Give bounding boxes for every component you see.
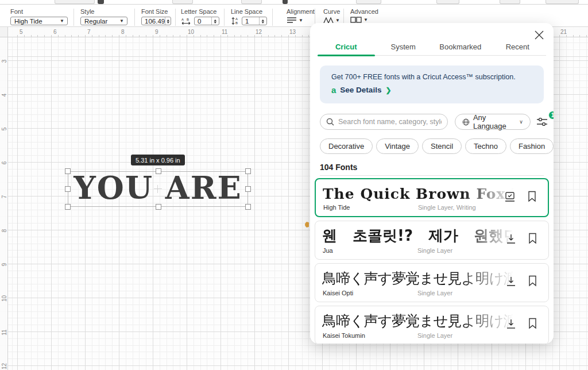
letter-space-stepper[interactable]: ▲▼	[211, 17, 219, 25]
ruler-tick-label: 11	[1, 329, 7, 336]
language-filter-dropdown[interactable]: Any Language ∨	[455, 114, 531, 130]
ruler-tick-label: 7	[87, 29, 91, 35]
font-preview: 鳥啼く声す夢覚ませ見よ明け渡る東を	[322, 267, 515, 289]
line-space-stepper[interactable]: ▲▼	[259, 17, 266, 25]
font-card-jua[interactable]: 웬 초콜릿!? 제가 원했던 건 Jua Single Layer	[315, 221, 549, 260]
advanced-icon	[350, 17, 362, 23]
see-details-link[interactable]: See Details	[340, 86, 381, 94]
filters-button[interactable]: 1	[536, 115, 549, 130]
chip-fashion[interactable]: Fashion	[510, 138, 554, 154]
fonts-panel: Cricut System Bookmarked Recent Get 700+…	[310, 23, 554, 344]
divider	[320, 175, 544, 176]
alignment-group: Alignment ▼	[287, 5, 315, 24]
resize-handle-s[interactable]	[156, 204, 161, 210]
ruler-tick-label: 12	[256, 29, 262, 35]
line-space-icon: A B	[231, 17, 239, 25]
results-count: 104 Fonts	[320, 163, 357, 172]
resize-handle-nw[interactable]	[65, 168, 71, 174]
font-group: Font High Tide ▼	[10, 5, 68, 25]
font-size-group: Font Size 106.49 ▲▼	[141, 5, 171, 25]
search-input[interactable]	[338, 118, 442, 126]
ruler-tick-label: 7	[1, 194, 7, 201]
language-filter-value: Any Language	[473, 113, 514, 130]
orange-marker-icon	[305, 221, 309, 228]
advanced-dropdown[interactable]: ▼	[350, 17, 378, 23]
category-chips: Decorative Vintage Stencil Techno Fashio…	[320, 138, 554, 155]
selection-center-crosshair	[154, 185, 162, 193]
style-dropdown[interactable]: Regular ▼	[80, 17, 127, 25]
chevron-down-icon: ▼	[363, 17, 368, 22]
bookmark-icon[interactable]	[528, 233, 537, 244]
style-group: Style Regular ▼	[80, 5, 127, 25]
ruler-tick-label: 6	[53, 29, 57, 35]
font-meta: Single Layer, Writing	[418, 204, 476, 211]
tab-bookmarked[interactable]: Bookmarked	[432, 39, 489, 55]
resize-handle-sw[interactable]	[65, 204, 71, 210]
resize-handle-se[interactable]	[245, 204, 251, 210]
font-meta: Single Layer	[417, 247, 452, 254]
chip-stencil[interactable]: Stencil	[422, 138, 462, 154]
ruler-vertical: 3 4 5 6 7 8 9 10 11 12	[0, 37, 8, 370]
chevron-down-icon: ▼	[299, 18, 303, 23]
ruler-tick-label: 5	[1, 126, 7, 133]
font-card-kaisei-tokumin[interactable]: 鳥啼く声す夢覚ませ見よ明け渡る東を Kaisei Tokumin Single …	[315, 306, 549, 344]
resize-handle-w[interactable]	[65, 186, 71, 192]
ruler-tick-label: 12	[1, 363, 7, 370]
installed-check-icon	[504, 192, 516, 202]
chevron-down-icon: ∨	[519, 119, 523, 125]
download-icon[interactable]	[506, 234, 516, 244]
text-selection-bounding-box[interactable]: YOU ARE	[68, 171, 248, 207]
tab-recent[interactable]: Recent	[489, 39, 547, 55]
download-icon[interactable]	[506, 276, 516, 287]
resize-handle-n[interactable]	[156, 168, 161, 174]
ruler-tick-label: 4	[1, 92, 7, 99]
letter-space-input[interactable]: 0 ▲▼	[194, 17, 219, 25]
chip-decorative[interactable]: Decorative	[320, 138, 373, 154]
font-size-input[interactable]: 106.49 ▲▼	[141, 17, 171, 25]
resize-handle-e[interactable]	[245, 186, 251, 192]
chevron-down-icon: ▼	[60, 18, 64, 24]
advanced-group: Advanced ▼	[350, 5, 378, 23]
alignment-dropdown[interactable]: ▼	[287, 17, 315, 24]
partial-control	[241, 0, 262, 4]
filter-count-badge: 1	[548, 111, 554, 120]
font-preview: 鳥啼く声す夢覚ませ見よ明け渡る東を	[322, 310, 515, 332]
svg-text:B: B	[187, 18, 189, 21]
font-card-kaisei-opti[interactable]: 鳥啼く声す夢覚ませ見よ明け渡る東を Kaisei Opti Single Lay…	[315, 263, 549, 302]
font-search-field[interactable]	[320, 114, 448, 130]
style-label: Style	[80, 8, 127, 15]
search-icon	[326, 118, 334, 126]
bookmark-icon[interactable]	[528, 275, 537, 287]
ruler-tick-label: 10	[188, 29, 194, 35]
font-name: High Tide	[323, 204, 350, 211]
download-icon[interactable]	[506, 319, 516, 329]
resize-handle-ne[interactable]	[245, 168, 251, 174]
font-name: Kaisei Opti	[323, 290, 353, 296]
tab-cricut[interactable]: Cricut	[318, 39, 375, 55]
chevron-down-icon: ▼	[119, 18, 124, 24]
font-size-value: 106.49	[145, 18, 165, 25]
curve-label: Curve	[323, 8, 340, 15]
ruler-tick-label: 8	[121, 29, 125, 35]
font-preview: The Quick Brown Fox Jum	[323, 183, 516, 205]
top-toolbar-partial	[0, 0, 588, 5]
advanced-label: Advanced	[350, 8, 378, 15]
bookmark-icon[interactable]	[528, 318, 537, 329]
font-card-high-tide[interactable]: The Quick Brown Fox Jum High Tide Single…	[315, 178, 549, 217]
cricut-design-space-app: 5 6 7 8 9 10 11 12 13 21 3 4 5 6 7 8 9 1…	[0, 0, 588, 370]
chip-techno[interactable]: Techno	[465, 138, 506, 154]
curve-group: Curve ▼	[323, 5, 340, 24]
font-dropdown[interactable]: High Tide ▼	[10, 17, 68, 25]
font-preview: 웬 초콜릿!? 제가 원했던 건	[322, 225, 515, 246]
line-space-input[interactable]: 1 ▲▼	[242, 17, 267, 25]
ruler-tick-label: 13	[289, 29, 296, 35]
line-space-group: Line Space A B 1 ▲▼	[231, 5, 267, 25]
tab-system[interactable]: System	[375, 39, 432, 55]
ruler-corner	[0, 27, 8, 37]
partial-control	[172, 0, 193, 4]
partial-control	[500, 0, 520, 4]
letter-space-label: Letter Space	[181, 8, 219, 15]
bookmark-icon[interactable]	[528, 191, 536, 202]
font-size-stepper[interactable]: ▲▼	[165, 17, 171, 25]
chip-vintage[interactable]: Vintage	[376, 138, 419, 154]
